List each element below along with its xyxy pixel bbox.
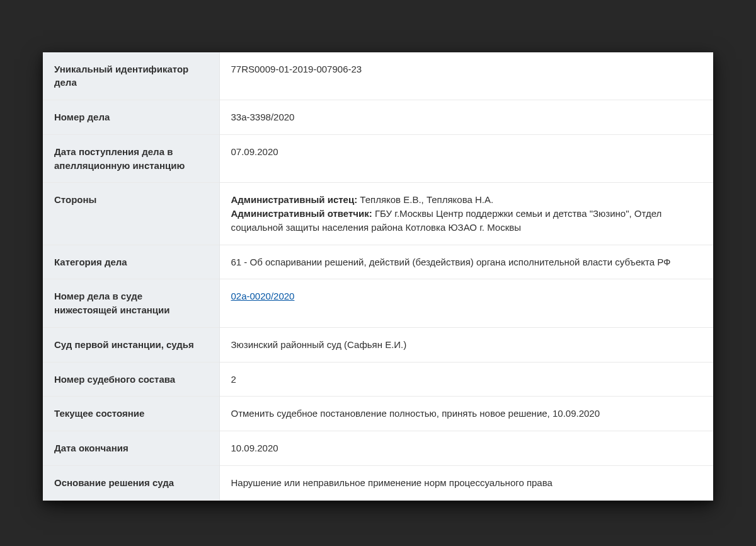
table-row: Суд первой инстанции, судья Зюзинский ра… [43,327,713,362]
case-details-card: Уникальный идентификатор дела 77RS0009-0… [43,52,713,501]
field-label: Номер судебного состава [43,362,219,397]
field-value: 07.09.2020 [219,134,713,183]
table-row: Стороны Административный истец: Тепляков… [43,183,713,245]
field-label: Номер дела в суде нижестоящей инстанции [43,279,219,328]
field-label: Основание решения суда [43,465,219,500]
field-value: Отменить судебное постановление полность… [219,397,713,431]
party-role: Административный истец: [231,194,358,205]
field-value: Зюзинский районный суд (Сафьян Е.И.) [219,327,713,362]
field-label: Дата окончания [43,431,219,466]
field-value: 77RS0009-01-2019-007906-23 [219,52,713,100]
field-value: 02а-0020/2020 [219,279,713,328]
table-row: Категория дела 61 - Об оспаривании решен… [43,245,713,279]
table-row: Дата окончания 10.09.2020 [43,431,713,466]
field-value: 10.09.2020 [219,431,713,466]
table-row: Уникальный идентификатор дела 77RS0009-0… [43,52,713,100]
table-row: Номер дела в суде нижестоящей инстанции … [43,279,713,328]
case-details-table: Уникальный идентификатор дела 77RS0009-0… [43,52,713,501]
lower-court-case-link[interactable]: 02а-0020/2020 [231,291,295,301]
field-label: Суд первой инстанции, судья [43,327,219,362]
field-value: 33а-3398/2020 [219,100,713,135]
field-label: Текущее состояние [43,397,219,431]
table-row: Дата поступления дела в апелляционную ин… [43,134,713,183]
field-value: 2 [219,362,713,397]
field-label: Номер дела [43,100,219,135]
table-row: Номер дела 33а-3398/2020 [43,100,713,135]
table-row: Текущее состояние Отменить судебное пост… [43,397,713,431]
party-names: Тепляков Е.В., Теплякова Н.А. [360,194,493,205]
field-value-parties: Административный истец: Тепляков Е.В., Т… [219,183,713,245]
field-label: Уникальный идентификатор дела [43,52,219,100]
field-value: 61 - Об оспаривании решений, действий (б… [219,245,713,279]
field-value: Нарушение или неправильное применение но… [219,465,713,500]
field-label: Дата поступления дела в апелляционную ин… [43,134,219,183]
table-row: Основание решения суда Нарушение или неп… [43,465,713,500]
field-label: Категория дела [43,245,219,279]
table-row: Номер судебного состава 2 [43,362,713,397]
field-label: Стороны [43,183,219,245]
party-role: Административный ответчик: [231,208,372,219]
